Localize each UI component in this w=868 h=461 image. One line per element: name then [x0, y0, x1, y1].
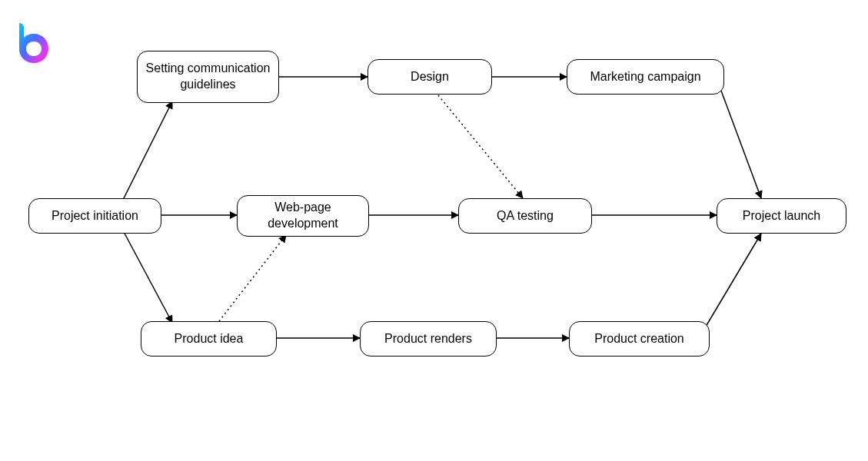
node-label: Web-page development [245, 200, 361, 232]
node-product-renders: Product renders [360, 321, 497, 357]
node-label: Design [411, 69, 449, 85]
node-label: Project initiation [52, 208, 138, 224]
node-label: Setting communication guidelines [145, 61, 271, 93]
node-project-launch: Project launch [717, 198, 846, 234]
node-label: Product idea [175, 331, 244, 347]
node-marketing: Marketing campaign [567, 59, 724, 95]
node-label: Product creation [594, 331, 684, 347]
svg-line-5 [438, 95, 523, 198]
node-label: Project launch [743, 208, 820, 224]
svg-line-0 [123, 101, 172, 200]
node-qa-testing: QA testing [458, 198, 592, 234]
svg-line-10 [719, 85, 761, 198]
svg-line-2 [123, 230, 172, 323]
node-product-creation: Product creation [569, 321, 710, 357]
svg-line-7 [219, 235, 286, 321]
svg-line-12 [703, 234, 761, 330]
node-project-initiation: Project initiation [28, 198, 161, 234]
node-setting-guidelines: Setting communication guidelines [137, 51, 279, 103]
node-product-idea: Product idea [141, 321, 277, 357]
node-webpage-dev: Web-page development [237, 195, 369, 237]
node-label: Marketing campaign [590, 69, 700, 85]
node-label: QA testing [497, 208, 554, 224]
node-label: Product renders [384, 331, 472, 347]
node-design: Design [367, 59, 492, 95]
flow-diagram: Project initiation Setting communication… [0, 0, 868, 461]
